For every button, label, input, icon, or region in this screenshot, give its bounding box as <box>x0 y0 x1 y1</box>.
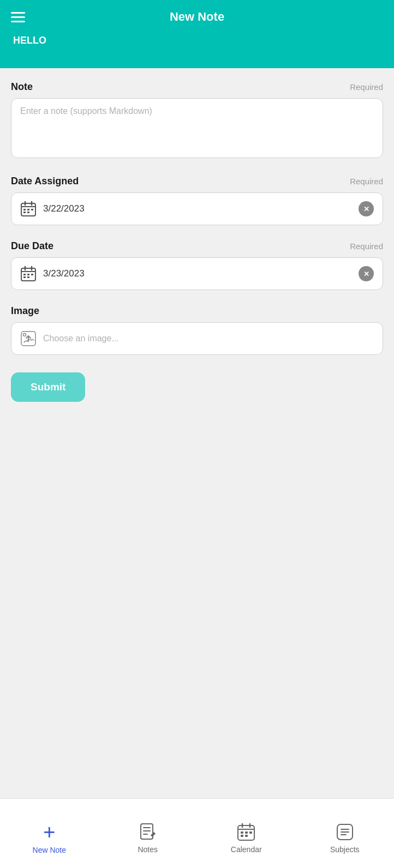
plus-icon: + <box>43 822 55 842</box>
nav-item-notes[interactable]: Notes <box>99 813 198 854</box>
nav-item-subjects[interactable]: Subjects <box>296 813 395 854</box>
calendar-icon <box>20 201 37 217</box>
svg-rect-6 <box>31 209 33 210</box>
svg-rect-30 <box>249 831 252 834</box>
date-assigned-field[interactable]: 3/22/2023 <box>11 192 383 225</box>
menu-button[interactable] <box>11 12 25 22</box>
main-content: Note Required Date Assigned Required 3/2… <box>0 68 394 495</box>
svg-rect-28 <box>241 831 243 834</box>
svg-rect-5 <box>27 209 29 210</box>
image-placeholder: Choose an image... <box>43 334 119 343</box>
image-label: Image <box>11 305 39 317</box>
due-date-clear-button[interactable] <box>359 266 374 281</box>
note-input[interactable] <box>11 98 383 158</box>
svg-rect-15 <box>31 274 33 275</box>
note-label-row: Note Required <box>11 81 383 93</box>
note-section: Note Required <box>11 81 383 160</box>
nav-item-calendar[interactable]: Calendar <box>197 813 296 854</box>
svg-rect-16 <box>23 276 26 278</box>
date-assigned-label-row: Date Assigned Required <box>11 176 383 187</box>
svg-rect-29 <box>245 831 248 834</box>
page-title: New Note <box>170 10 224 24</box>
due-date-calendar-icon <box>20 266 37 282</box>
nav-label-notes: Notes <box>138 845 158 854</box>
svg-rect-31 <box>241 835 243 837</box>
due-date-label-row: Due Date Required <box>11 240 383 252</box>
calendar-nav-icon <box>236 822 256 842</box>
due-date-value: 3/23/2023 <box>43 268 359 279</box>
date-assigned-required: Required <box>350 177 383 186</box>
subjects-icon <box>335 822 355 842</box>
due-date-field[interactable]: 3/23/2023 <box>11 257 383 290</box>
svg-rect-14 <box>27 274 29 275</box>
date-assigned-value: 3/22/2023 <box>43 203 359 214</box>
svg-rect-7 <box>23 212 26 213</box>
date-assigned-clear-button[interactable] <box>359 201 374 216</box>
svg-rect-32 <box>245 835 248 837</box>
svg-rect-4 <box>23 209 26 210</box>
date-assigned-label: Date Assigned <box>11 176 79 187</box>
due-date-section: Due Date Required 3/23/2023 <box>11 240 383 290</box>
image-label-row: Image <box>11 305 383 317</box>
header-top: New Note <box>0 0 394 29</box>
date-assigned-section: Date Assigned Required 3/22/2023 <box>11 176 383 225</box>
nav-item-new-note[interactable]: + New Note <box>0 813 99 854</box>
nav-label-calendar: Calendar <box>231 845 262 854</box>
notes-icon <box>138 822 158 842</box>
svg-point-19 <box>23 334 26 336</box>
due-date-label: Due Date <box>11 240 53 252</box>
svg-rect-8 <box>27 212 29 213</box>
due-date-required: Required <box>350 242 383 251</box>
nav-label-subjects: Subjects <box>330 845 360 854</box>
header: New Note HELLO <box>0 0 394 68</box>
svg-rect-17 <box>27 276 29 278</box>
nav-label-new-note: New Note <box>33 846 66 854</box>
greeting-text: HELLO <box>0 29 394 52</box>
upload-icon <box>20 330 37 347</box>
bottom-nav: + New Note Notes Calendar <box>0 798 394 868</box>
note-required: Required <box>350 82 383 92</box>
image-section: Image Choose an image... <box>11 305 383 355</box>
svg-rect-13 <box>23 274 26 275</box>
image-field[interactable]: Choose an image... <box>11 322 383 355</box>
note-label: Note <box>11 81 33 93</box>
submit-button[interactable]: Submit <box>11 372 85 402</box>
